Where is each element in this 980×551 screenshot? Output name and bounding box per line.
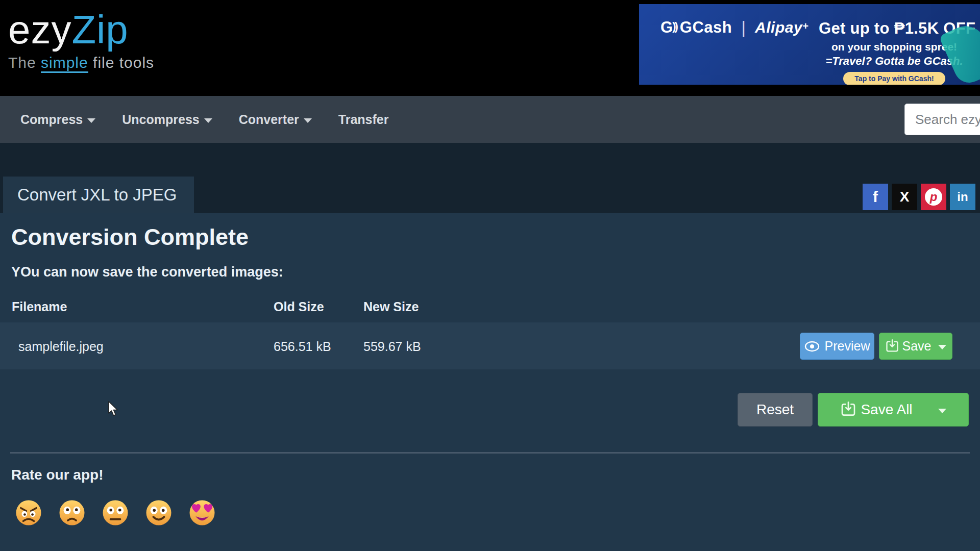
column-header-new-size: New Size (363, 299, 419, 314)
column-header-old-size: Old Size (274, 299, 324, 314)
chevron-down-icon (87, 118, 95, 123)
x-icon: X (900, 189, 910, 205)
search-input[interactable] (904, 104, 980, 135)
save-button[interactable]: Save (879, 333, 952, 360)
ezyzip-page: ezyZip The simple file tools G )) GCash … (0, 0, 980, 551)
nav-item-uncompress[interactable]: Uncompress (122, 112, 212, 127)
cell-new-size: 559.67 kB (363, 339, 421, 354)
download-save-icon (840, 402, 856, 418)
alipay-logo-text: Alipay+ (755, 19, 808, 36)
nav-item-compress[interactable]: Compress (20, 112, 95, 127)
ezyzip-logo[interactable]: ezyZip The simple file tools (8, 7, 154, 71)
facebook-share-button[interactable]: f (863, 184, 888, 210)
logo-tagline: The simple file tools (8, 54, 154, 71)
nav-compress-label: Compress (20, 112, 83, 127)
pinterest-glyph: p (930, 190, 938, 204)
nav-items: Compress Uncompress Converter Transfer (0, 112, 388, 127)
tagline-the: The (8, 54, 41, 71)
conversion-result-card: Conversion Complete YOu can now save the… (0, 213, 980, 551)
main-nav: Compress Uncompress Converter Transfer (0, 96, 980, 143)
preview-button[interactable]: Preview (800, 333, 874, 360)
ad-headline-prefix: Get up to (819, 19, 894, 37)
cell-filename: samplefile.jpeg (18, 339, 104, 354)
rating-sad-icon[interactable] (58, 498, 86, 527)
column-header-filename: Filename (12, 299, 67, 314)
nav-converter-label: Converter (239, 112, 299, 127)
facebook-icon: f (873, 188, 878, 206)
tab-title: Convert JXL to JPEG (17, 185, 177, 205)
cell-old-size: 656.51 kB (274, 339, 331, 354)
save-all-label: Save All (861, 402, 912, 418)
ad-cta-button[interactable]: Tap to Pay with GCash! (843, 72, 945, 85)
site-header: ezyZip The simple file tools G )) GCash … (0, 0, 980, 96)
nav-item-transfer[interactable]: Transfer (338, 112, 389, 127)
tagline-rest: file tools (88, 54, 154, 71)
page-subtitle: YOu can now save the converted images: (11, 264, 283, 280)
nav-item-converter[interactable]: Converter (239, 112, 312, 127)
alipay-text: Alipay (755, 19, 802, 36)
rating-heart-eyes-icon[interactable] (188, 498, 216, 527)
eye-icon (804, 341, 820, 352)
table-row: samplefile.jpeg 656.51 kB 559.67 kB Prev… (0, 322, 980, 369)
gcash-logo-text: GCash (680, 18, 732, 37)
nav-transfer-label: Transfer (338, 112, 389, 127)
preview-label: Preview (825, 339, 870, 354)
pinterest-icon: p (925, 188, 942, 206)
x-share-button[interactable]: X (892, 184, 917, 210)
save-all-button[interactable]: Save All (818, 393, 969, 427)
rating-angry-icon[interactable] (14, 498, 43, 527)
pinterest-share-button[interactable]: p (921, 184, 946, 210)
chevron-down-icon (938, 409, 946, 413)
ad-logo-divider: | (741, 17, 746, 37)
page-title: Conversion Complete (11, 224, 249, 251)
rating-neutral-icon[interactable] (101, 498, 130, 527)
linkedin-icon: in (957, 190, 968, 204)
nav-uncompress-label: Uncompress (122, 112, 199, 127)
tab-convert-jxl-to-jpeg[interactable]: Convert JXL to JPEG (3, 177, 194, 213)
ad-brand-logos: G )) GCash | Alipay+ (660, 17, 808, 37)
section-divider (10, 452, 970, 454)
chevron-down-icon (938, 345, 946, 349)
logo-wordmark: ezyZip (8, 7, 154, 53)
chevron-down-icon (204, 118, 212, 123)
content-area: Convert JXL to JPEG f X p in Conversion … (0, 143, 980, 551)
reset-button[interactable]: Reset (738, 393, 813, 427)
gcash-ad-banner[interactable]: G )) GCash | Alipay+ Get up to ₱1.5K OFF… (639, 4, 980, 85)
alipay-plus-icon: + (802, 20, 808, 32)
gcash-icon: G (660, 18, 672, 37)
ad-slogan: =Travel? Gotta be GCash. (819, 55, 970, 68)
logo-ezy-text: ezy (8, 7, 71, 52)
save-label: Save (902, 339, 932, 354)
download-save-icon (885, 339, 899, 354)
chevron-down-icon (304, 118, 312, 123)
rating-smile-icon[interactable] (144, 498, 173, 527)
gcash-waves-icon: )) (672, 20, 677, 33)
social-share-row: f X p in (863, 184, 975, 210)
tagline-simple: simple (41, 54, 88, 73)
rating-emoji-row (14, 498, 216, 527)
rate-our-app-label: Rate our app! (11, 467, 103, 483)
linkedin-share-button[interactable]: in (950, 184, 975, 210)
reset-label: Reset (756, 402, 794, 418)
mouse-cursor (105, 400, 118, 417)
logo-zip-text: Zip (71, 7, 128, 52)
